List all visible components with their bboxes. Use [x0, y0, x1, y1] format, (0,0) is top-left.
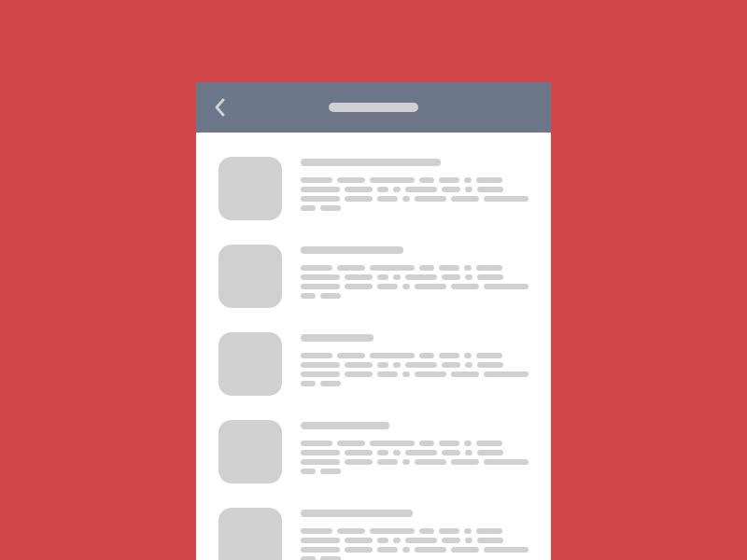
- list-item[interactable]: [218, 508, 529, 560]
- item-description: [301, 441, 529, 474]
- item-body: [301, 332, 529, 396]
- item-title: [301, 422, 389, 429]
- item-thumbnail: [218, 157, 282, 220]
- item-thumbnail: [218, 420, 282, 483]
- item-title: [301, 510, 413, 517]
- item-body: [301, 420, 529, 483]
- item-thumbnail: [218, 508, 282, 560]
- list-item[interactable]: [218, 420, 529, 483]
- item-thumbnail: [218, 245, 282, 308]
- item-description: [301, 528, 529, 560]
- list-item[interactable]: [218, 332, 529, 396]
- item-body: [301, 508, 529, 560]
- item-description: [301, 177, 529, 211]
- header-bar: [196, 82, 551, 133]
- list-item[interactable]: [218, 245, 529, 308]
- page-title: [329, 103, 418, 112]
- item-title: [301, 334, 374, 342]
- item-body: [301, 245, 529, 308]
- item-title: [301, 246, 403, 254]
- chevron-left-icon: [215, 98, 226, 117]
- item-body: [301, 157, 529, 220]
- item-description: [301, 353, 529, 386]
- list-item[interactable]: [218, 157, 529, 220]
- item-description: [301, 265, 529, 299]
- item-title: [301, 159, 441, 166]
- back-button[interactable]: [215, 98, 226, 117]
- mobile-screen: [196, 82, 551, 560]
- item-thumbnail: [218, 332, 282, 396]
- list-content: [196, 133, 551, 560]
